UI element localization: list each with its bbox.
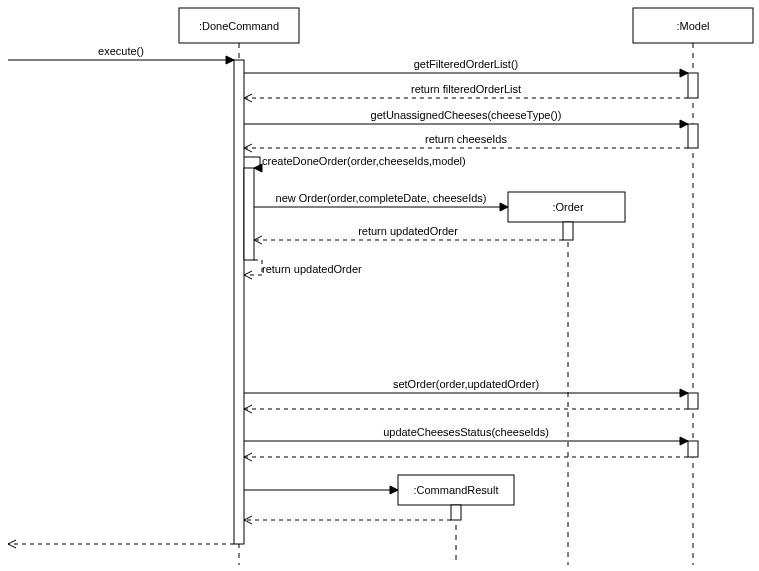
participant-model-label: :Model <box>676 20 709 32</box>
svg-marker-3 <box>680 69 688 77</box>
msg-returnupdatedorder2: return updatedOrder <box>262 263 362 275</box>
msg-execute: execute() <box>98 45 144 57</box>
activation-model-1 <box>688 73 698 98</box>
msg-returncheeseids: return cheeseIds <box>425 133 507 145</box>
activation-model-2 <box>688 124 698 148</box>
activation-donecommand-main <box>234 60 244 544</box>
svg-marker-19 <box>680 389 688 397</box>
activation-order <box>563 222 573 240</box>
activation-model-3 <box>688 393 698 409</box>
msg-updatecheesesstatus: updateCheesesStatus(cheeseIds) <box>383 426 549 438</box>
svg-marker-13 <box>500 203 508 211</box>
svg-marker-22 <box>680 437 688 445</box>
participant-order-label: :Order <box>552 201 584 213</box>
activation-model-4 <box>688 441 698 457</box>
svg-marker-1 <box>226 56 234 64</box>
svg-marker-25 <box>390 486 398 494</box>
participant-commandresult-label: :CommandResult <box>414 484 499 496</box>
activation-commandresult <box>451 505 461 520</box>
msg-setorder: setOrder(order,updatedOrder) <box>393 378 539 390</box>
activation-donecommand-self <box>244 168 254 260</box>
msg-returnupdatedorder1: return updatedOrder <box>358 225 458 237</box>
msg-getunassignedcheeses: getUnassignedCheeses(cheeseType()) <box>371 109 562 121</box>
msg-getfilteredorderlist: getFilteredOrderList() <box>414 58 519 70</box>
participant-donecommand-label: :DoneCommand <box>199 20 279 32</box>
svg-marker-11 <box>254 164 262 172</box>
sequence-diagram: :DoneCommand :Model execute() getFiltere… <box>0 0 759 571</box>
msg-returnfilteredorderlist: return filteredOrderList <box>411 83 521 95</box>
msg-neworder: new Order(order,completeDate, cheeseIds) <box>276 192 487 204</box>
svg-marker-6 <box>680 120 688 128</box>
msg-createdoneorder: createDoneOrder(order,cheeseIds,model) <box>262 155 466 167</box>
